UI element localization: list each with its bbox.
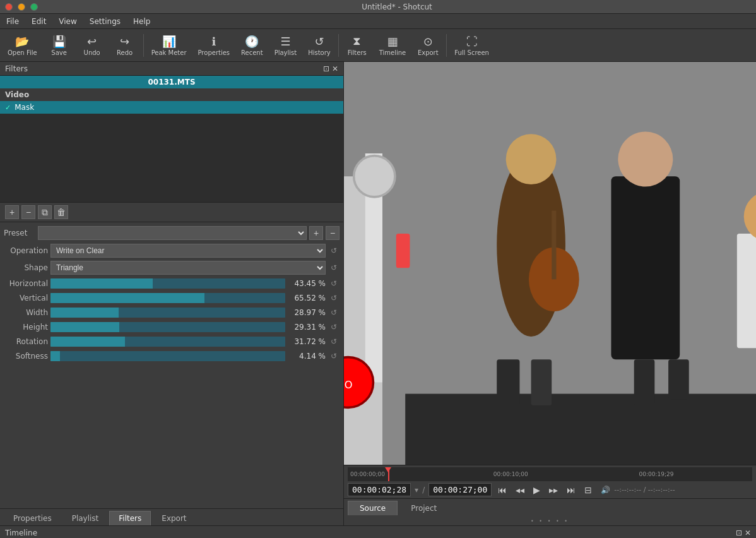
playlist-button[interactable]: ☰ Playlist xyxy=(269,32,302,59)
horizontal-slider[interactable] xyxy=(50,278,285,289)
menu-edit[interactable]: Edit xyxy=(25,16,52,27)
step-forward-button[interactable]: ▸▸ xyxy=(546,484,560,496)
step-back-button[interactable]: ◂◂ xyxy=(513,484,527,496)
history-icon: ↺ xyxy=(314,35,324,48)
rotation-slider[interactable] xyxy=(50,337,285,347)
vertical-slider[interactable] xyxy=(50,293,285,303)
width-fill xyxy=(50,308,119,318)
preview-video: NO xyxy=(344,62,756,465)
softness-slider[interactable] xyxy=(50,351,285,361)
timecode-extra: --:--:--:-- / --:--:--:-- xyxy=(614,486,675,494)
reset-horizontal-button[interactable]: ↺ xyxy=(328,278,340,289)
preset-label: Preset xyxy=(4,229,35,237)
menu-settings[interactable]: Settings xyxy=(83,16,127,27)
filters-label: Filters xyxy=(348,49,367,56)
source-tab-project[interactable]: Project xyxy=(399,501,449,515)
height-slider[interactable] xyxy=(50,322,285,332)
save-preset-button[interactable]: + xyxy=(309,226,323,240)
reset-rotation-button[interactable]: ↺ xyxy=(328,336,340,347)
tab-filters[interactable]: Filters xyxy=(109,511,151,525)
menu-file[interactable]: File xyxy=(0,16,25,27)
svg-point-9 xyxy=(506,134,557,184)
minimize-button[interactable] xyxy=(18,3,25,11)
reset-height-button[interactable]: ↺ xyxy=(328,321,340,333)
height-value: 29.31 % xyxy=(288,323,326,332)
peak-meter-button[interactable]: 📊 Peak Meter xyxy=(146,32,192,59)
fullscreen-label: Full Screen xyxy=(454,49,489,56)
history-button[interactable]: ↺ History xyxy=(303,32,336,59)
menu-help[interactable]: Help xyxy=(127,16,157,27)
go-to-start-button[interactable]: ⏮ xyxy=(495,484,509,496)
main-toolbar: 📂 Open File 💾 Save ↩ Undo ↪ Redo 📊 Peak … xyxy=(0,29,756,62)
preset-select[interactable] xyxy=(38,226,307,240)
redo-button[interactable]: ↪ Redo xyxy=(109,32,141,59)
shape-row: Shape Triangle ↺ xyxy=(4,261,340,275)
timeline-button[interactable]: ▦ Timeline xyxy=(374,32,411,59)
export-button[interactable]: ⊙ Export xyxy=(412,32,444,59)
recent-button[interactable]: 🕐 Recent xyxy=(236,32,268,59)
horizontal-fill xyxy=(50,278,153,289)
titlebar: Untitled* - Shotcut xyxy=(0,0,756,14)
paste-filter-button[interactable]: 🗑 xyxy=(54,205,68,219)
timecode-total[interactable]: 00:00:27;00 xyxy=(428,483,492,496)
svg-rect-11 xyxy=(552,211,556,280)
horizontal-label: Horizontal xyxy=(4,279,48,288)
timeline-close-icon[interactable]: ✕ xyxy=(745,529,751,537)
tab-playlist[interactable]: Playlist xyxy=(62,511,109,525)
properties-button[interactable]: ℹ Properties xyxy=(193,32,235,59)
tab-properties[interactable]: Properties xyxy=(4,511,61,525)
redo-icon: ↪ xyxy=(120,35,129,48)
reset-operation-button[interactable]: ↺ xyxy=(328,245,340,256)
height-row: Height 29.31 % ↺ xyxy=(4,321,340,333)
go-to-end-button[interactable]: ⏭ xyxy=(564,484,578,496)
open-file-button[interactable]: 📂 Open File xyxy=(3,32,42,59)
undo-button[interactable]: ↩ Undo xyxy=(76,32,108,59)
operation-row: Operation Write on Clear ↺ xyxy=(4,244,340,258)
maximize-button[interactable] xyxy=(30,3,38,11)
softness-row: Softness 4.14 % ↺ xyxy=(4,350,340,362)
playhead[interactable] xyxy=(388,467,389,481)
toggle-view-button[interactable]: ⊟ xyxy=(582,484,594,496)
add-filter-button[interactable]: + xyxy=(5,205,19,219)
filters-close-icon[interactable]: ✕ xyxy=(332,64,338,73)
save-button[interactable]: 💾 Save xyxy=(44,32,75,59)
source-tab-source[interactable]: Source xyxy=(348,501,398,515)
history-label: History xyxy=(308,49,331,56)
filters-button[interactable]: ⧗ Filters xyxy=(341,32,373,59)
shape-select[interactable]: Triangle xyxy=(50,261,326,275)
delete-preset-button[interactable]: − xyxy=(326,226,340,240)
timecode-ruler: 00:00:00;00 00:00:10;00 00:00:19;29 xyxy=(348,467,752,481)
horizontal-row: Horizontal 43.45 % ↺ xyxy=(4,278,340,289)
timeline-header: Timeline ⊡ ✕ xyxy=(0,526,756,538)
filter-item-mask[interactable]: ✓ Mask xyxy=(0,101,343,114)
fullscreen-button[interactable]: ⛶ Full Screen xyxy=(449,32,494,59)
vertical-fill xyxy=(50,293,204,303)
window-title: Untitled* - Shotcut xyxy=(43,3,751,11)
remove-filter-button[interactable]: − xyxy=(21,205,35,219)
filter-item-label: Mask xyxy=(15,103,34,112)
close-button[interactable] xyxy=(5,3,13,11)
undo-label: Undo xyxy=(84,49,100,56)
rotation-label: Rotation xyxy=(4,337,48,346)
timecode-slash: / xyxy=(422,486,425,494)
source-divider-dots: • • • • • xyxy=(344,515,756,525)
reset-softness-button[interactable]: ↺ xyxy=(328,350,340,362)
timeline-title: Timeline xyxy=(5,529,37,537)
menu-view[interactable]: View xyxy=(52,16,83,27)
timecode-current[interactable]: 00:00:02;28 xyxy=(348,483,411,496)
reset-vertical-button[interactable]: ↺ xyxy=(328,292,340,304)
play-button[interactable]: ▶ xyxy=(531,484,543,496)
main-content: Filters ⊡ ✕ 00131.MTS Video ✓ Mask + − ⧉… xyxy=(0,62,756,525)
reset-width-button[interactable]: ↺ xyxy=(328,307,340,318)
operation-select[interactable]: Write on Clear xyxy=(50,244,326,258)
reset-shape-button[interactable]: ↺ xyxy=(328,262,340,273)
copy-filter-button[interactable]: ⧉ xyxy=(38,205,52,219)
peak-meter-icon: 📊 xyxy=(162,35,176,48)
svg-rect-20 xyxy=(531,359,552,405)
toolbar-separator-1 xyxy=(143,34,144,57)
tab-export[interactable]: Export xyxy=(152,511,196,525)
rotation-value: 31.72 % xyxy=(288,337,326,346)
open-file-label: Open File xyxy=(8,49,37,56)
timeline-section: Timeline ⊡ ✕ ☰ ✂ ⧉ 📋 + − △ ▽ ▦ ⧖ ⊳ ◎ 🔍− … xyxy=(0,525,756,538)
width-slider[interactable] xyxy=(50,308,285,318)
